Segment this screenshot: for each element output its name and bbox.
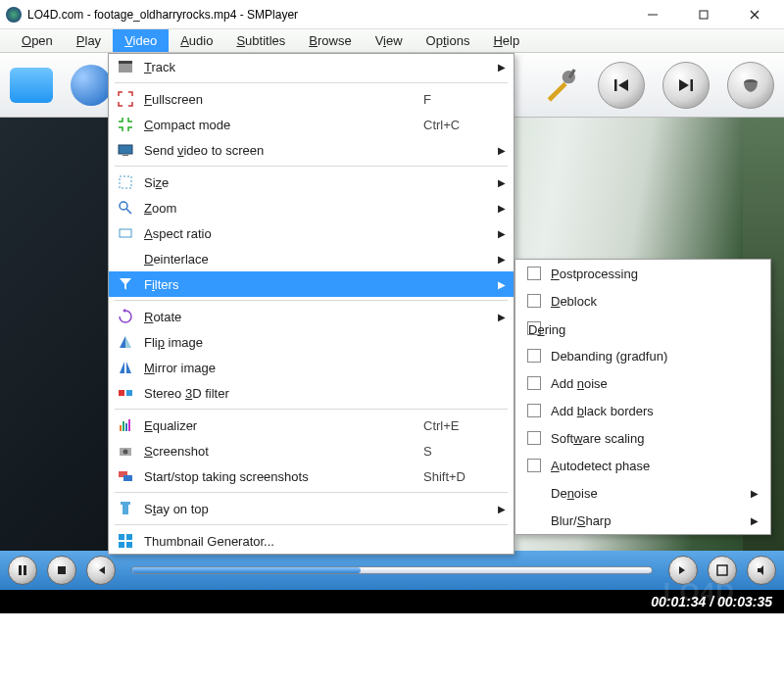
menu-deinterlace[interactable]: Deinterlace▶ (109, 246, 514, 271)
stop-button[interactable] (47, 556, 76, 585)
checkbox[interactable] (527, 431, 541, 445)
svg-marker-7 (618, 79, 628, 91)
flip-icon (115, 333, 136, 351)
filters-submenu: Postprocessing Deblock Dering Debanding … (514, 259, 771, 535)
menu-startstop-screenshots[interactable]: Start/stop taking screenshotsShift+D (109, 463, 514, 489)
menu-aspect[interactable]: Aspect ratio▶ (109, 220, 514, 246)
menu-compact[interactable]: Compact modeCtrl+C (109, 112, 514, 137)
checkbox[interactable] (527, 459, 541, 472)
svg-rect-21 (122, 155, 128, 156)
next-button[interactable] (662, 62, 710, 109)
svg-rect-45 (126, 534, 132, 540)
svg-marker-15 (679, 566, 685, 574)
filter-denoise[interactable]: Denoise▶ (515, 479, 770, 507)
menu-video[interactable]: Video (113, 29, 169, 52)
equalizer-icon (115, 416, 136, 434)
menu-open[interactable]: Open (10, 29, 65, 52)
svg-marker-29 (125, 336, 131, 348)
menu-mirror[interactable]: Mirror image (109, 355, 514, 380)
minimize-button[interactable] (633, 1, 672, 28)
mirror-icon (115, 359, 136, 376)
svg-point-39 (123, 450, 128, 455)
cameras-icon (115, 467, 136, 485)
seek-bar[interactable] (131, 566, 653, 574)
filter-software-scaling[interactable]: Software scaling (515, 424, 770, 452)
menu-play[interactable]: Play (65, 29, 113, 52)
menu-view[interactable]: View (364, 29, 415, 52)
preferences-icon[interactable] (541, 66, 580, 105)
menu-stereo3d[interactable]: Stereo 3D filter (109, 380, 514, 406)
camera-icon (115, 442, 136, 460)
filter-debanding[interactable]: Debanding (gradfun) (515, 342, 770, 369)
open-file-icon[interactable] (10, 68, 53, 103)
checkbox[interactable] (527, 376, 541, 390)
menu-options[interactable]: Options (415, 29, 482, 52)
filter-blur-sharp[interactable]: Blur/Sharp▶ (515, 507, 770, 534)
clapper-icon (115, 58, 136, 75)
svg-rect-1 (700, 11, 708, 19)
menu-fullscreen[interactable]: FullscreenF (109, 86, 514, 112)
size-icon (115, 173, 136, 191)
menu-size[interactable]: Size▶ (109, 170, 514, 195)
pause-button[interactable] (8, 556, 37, 585)
filter-autodetect-phase[interactable]: Autodetect phase (515, 452, 770, 479)
svg-rect-37 (128, 419, 130, 431)
svg-marker-30 (120, 362, 124, 373)
rewind-button[interactable] (86, 556, 116, 585)
checkbox: Dering (527, 321, 541, 335)
svg-rect-12 (24, 565, 26, 575)
menu-subtitles[interactable]: Subtitles (224, 29, 297, 52)
menu-filters[interactable]: Filters▶ (109, 271, 514, 297)
filter-add-noise[interactable]: Add noise (515, 369, 770, 397)
window-controls (633, 1, 778, 28)
svg-marker-27 (122, 309, 125, 313)
filter-icon (115, 275, 136, 293)
checkbox[interactable] (527, 349, 541, 363)
menu-screenshot[interactable]: ScreenshotS (109, 438, 514, 463)
close-button[interactable] (735, 1, 774, 28)
mute-button[interactable] (747, 556, 776, 585)
checkbox[interactable] (527, 267, 541, 280)
stereo3d-icon (115, 384, 136, 402)
menu-equalizer[interactable]: EqualizerCtrl+E (109, 413, 514, 438)
svg-point-23 (120, 202, 127, 210)
grid-icon (115, 532, 136, 550)
svg-rect-8 (691, 79, 694, 91)
filter-deblock[interactable]: Deblock (515, 287, 770, 315)
menu-send-video[interactable]: Send video to screen▶ (109, 137, 514, 163)
menu-help[interactable]: Help (481, 29, 531, 52)
menu-zoom[interactable]: Zoom▶ (109, 195, 514, 220)
svg-rect-18 (119, 64, 132, 73)
window-title: LO4D.com - footage_oldharryrocks.mp4 - S… (27, 8, 633, 22)
svg-marker-28 (120, 336, 125, 348)
menu-rotate[interactable]: Rotate▶ (109, 304, 514, 329)
svg-rect-44 (119, 534, 124, 540)
menu-audio[interactable]: Audio (169, 29, 224, 52)
rotate-icon (115, 308, 136, 325)
filter-postprocessing[interactable]: Postprocessing (515, 260, 770, 287)
menu-stayontop[interactable]: Stay on top▶ (109, 496, 514, 521)
menu-track[interactable]: Track▶ (109, 54, 514, 79)
svg-rect-25 (120, 229, 131, 237)
checkbox[interactable] (527, 404, 541, 417)
svg-rect-33 (126, 390, 132, 396)
video-dropdown-menu: Track▶ FullscreenF Compact modeCtrl+C Se… (108, 53, 514, 555)
checkbox[interactable] (527, 294, 541, 308)
open-url-icon[interactable] (71, 65, 112, 106)
filter-dering[interactable]: Dering (515, 315, 770, 342)
zoom-icon (115, 199, 136, 217)
menu-browse[interactable]: Browse (297, 29, 363, 52)
fullscreen-icon (115, 90, 136, 108)
svg-rect-32 (119, 390, 124, 396)
menu-thumbnail-gen[interactable]: Thumbnail Generator... (109, 528, 514, 554)
filter-black-borders[interactable]: Add black borders (515, 397, 770, 424)
svg-rect-41 (123, 475, 132, 481)
previous-button[interactable] (598, 62, 645, 109)
window-titlebar: LO4D.com - footage_oldharryrocks.mp4 - S… (0, 0, 784, 29)
svg-rect-43 (122, 505, 128, 514)
pin-icon (115, 500, 136, 517)
menu-flip[interactable]: Flip image (109, 329, 514, 355)
volume-button[interactable] (727, 62, 774, 109)
time-display-bar: LO4D 00:01:34 / 00:03:35 (0, 590, 784, 613)
maximize-button[interactable] (684, 1, 723, 28)
